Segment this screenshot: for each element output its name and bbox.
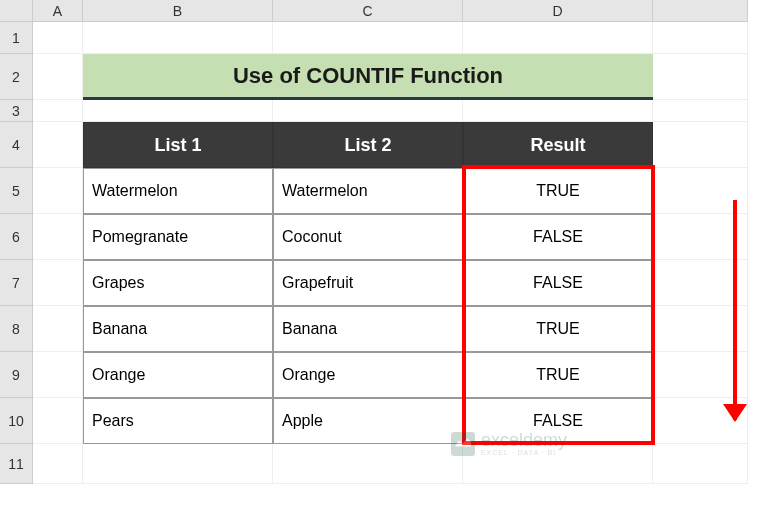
cell-a5[interactable] (33, 168, 83, 214)
cell-c9[interactable]: Orange (273, 352, 463, 398)
cell-b3[interactable] (83, 100, 273, 122)
cell-b9[interactable]: Orange (83, 352, 273, 398)
cell-d1[interactable] (463, 22, 653, 54)
row-header-9[interactable]: 9 (0, 352, 33, 398)
watermark: exceldemy EXCEL · DATA · BI (451, 431, 567, 456)
cell-c5[interactable]: Watermelon (273, 168, 463, 214)
cell-a8[interactable] (33, 306, 83, 352)
arrow-down-icon (733, 200, 737, 420)
cell-d7[interactable]: FALSE (463, 260, 653, 306)
watermark-sub: EXCEL · DATA · BI (481, 449, 567, 456)
row-header-10[interactable]: 10 (0, 398, 33, 444)
watermark-logo-icon (451, 432, 475, 456)
cell-e1[interactable] (653, 22, 748, 54)
row-header-11[interactable]: 11 (0, 444, 33, 484)
cell-b5[interactable]: Watermelon (83, 168, 273, 214)
cell-c6[interactable]: Coconut (273, 214, 463, 260)
col-header-a[interactable]: A (33, 0, 83, 22)
cell-b7[interactable]: Grapes (83, 260, 273, 306)
row-header-7[interactable]: 7 (0, 260, 33, 306)
row-header-5[interactable]: 5 (0, 168, 33, 214)
cell-c11[interactable] (273, 444, 463, 484)
col-header-d[interactable]: D (463, 0, 653, 22)
title-banner[interactable]: Use of COUNTIF Function (83, 54, 653, 100)
row-header-6[interactable]: 6 (0, 214, 33, 260)
cell-c1[interactable] (273, 22, 463, 54)
cell-b11[interactable] (83, 444, 273, 484)
cell-a4[interactable] (33, 122, 83, 168)
cell-a9[interactable] (33, 352, 83, 398)
row-header-2[interactable]: 2 (0, 54, 33, 100)
cell-a11[interactable] (33, 444, 83, 484)
cell-a2[interactable] (33, 54, 83, 100)
cell-d6[interactable]: FALSE (463, 214, 653, 260)
row-header-8[interactable]: 8 (0, 306, 33, 352)
table-header-list2[interactable]: List 2 (273, 122, 463, 168)
cell-a6[interactable] (33, 214, 83, 260)
cell-e2[interactable] (653, 54, 748, 100)
cell-b6[interactable]: Pomegranate (83, 214, 273, 260)
row-header-3[interactable]: 3 (0, 100, 33, 122)
cell-e11[interactable] (653, 444, 748, 484)
spreadsheet-grid: A B C D 1 2 Use of COUNTIF Function 3 4 … (0, 0, 767, 484)
cell-c3[interactable] (273, 100, 463, 122)
cell-d9[interactable]: TRUE (463, 352, 653, 398)
cell-a10[interactable] (33, 398, 83, 444)
cell-c8[interactable]: Banana (273, 306, 463, 352)
cell-c7[interactable]: Grapefruit (273, 260, 463, 306)
cell-d5[interactable]: TRUE (463, 168, 653, 214)
row-header-1[interactable]: 1 (0, 22, 33, 54)
cell-a1[interactable] (33, 22, 83, 54)
cell-d8[interactable]: TRUE (463, 306, 653, 352)
watermark-main: exceldemy (481, 431, 567, 449)
col-header-c[interactable]: C (273, 0, 463, 22)
cell-c10[interactable]: Apple (273, 398, 463, 444)
cell-b10[interactable]: Pears (83, 398, 273, 444)
col-header-blank[interactable] (653, 0, 748, 22)
cell-a7[interactable] (33, 260, 83, 306)
cell-b1[interactable] (83, 22, 273, 54)
row-header-4[interactable]: 4 (0, 122, 33, 168)
cell-a3[interactable] (33, 100, 83, 122)
table-header-result[interactable]: Result (463, 122, 653, 168)
cell-b8[interactable]: Banana (83, 306, 273, 352)
cell-d3[interactable] (463, 100, 653, 122)
cell-e3[interactable] (653, 100, 748, 122)
col-header-b[interactable]: B (83, 0, 273, 22)
cell-e4[interactable] (653, 122, 748, 168)
corner-cell[interactable] (0, 0, 33, 22)
table-header-list1[interactable]: List 1 (83, 122, 273, 168)
